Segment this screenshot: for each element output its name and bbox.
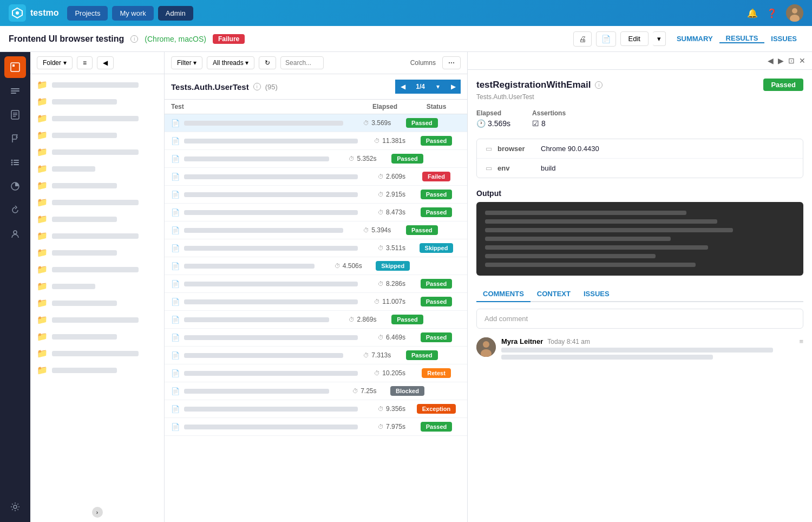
projects-button[interactable]: Projects bbox=[67, 6, 108, 21]
tab-issues[interactable]: ISSUES bbox=[764, 35, 803, 43]
list-item[interactable]: 📁 bbox=[30, 76, 164, 93]
page-dropdown-button[interactable]: ▾ bbox=[430, 80, 446, 94]
title-info-icon[interactable]: i bbox=[130, 35, 138, 43]
list-item[interactable]: 📁 bbox=[30, 295, 164, 311]
table-row[interactable]: 📄 ⏱ 3.569s Passed bbox=[165, 114, 467, 132]
sidebar-icon-tests[interactable] bbox=[4, 104, 26, 126]
expand-sidebar-button[interactable]: › bbox=[92, 507, 103, 518]
status-badge: Passed bbox=[391, 154, 423, 164]
test-name bbox=[184, 174, 358, 179]
tab-summary[interactable]: SUMMARY bbox=[670, 35, 719, 43]
elapsed-value: 8.473s bbox=[386, 208, 405, 216]
sidebar-icon-home[interactable] bbox=[4, 56, 26, 78]
list-item[interactable]: 📁 bbox=[30, 93, 164, 110]
left-sidebar bbox=[0, 52, 30, 522]
print-icon[interactable]: 🖨 bbox=[573, 31, 592, 47]
list-item[interactable]: 📁 bbox=[30, 160, 164, 177]
table-row[interactable]: 📄 ⏱ 11.381s Passed bbox=[165, 132, 467, 150]
list-item[interactable]: 📁 bbox=[30, 244, 164, 261]
notifications-icon[interactable]: 🔔 bbox=[747, 8, 758, 18]
tab-context[interactable]: CONTEXT bbox=[531, 286, 577, 302]
table-row[interactable]: 📄 ⏱ 7.975s Passed bbox=[165, 418, 467, 436]
table-row[interactable]: 📄 ⏱ 7.25s Blocked bbox=[165, 382, 467, 400]
detail-expand-button[interactable]: ⊡ bbox=[788, 56, 795, 65]
folder-dropdown-button[interactable]: Folder ▾ bbox=[37, 56, 73, 69]
collapse-panel-button[interactable]: ◀ bbox=[97, 56, 114, 69]
tab-comments[interactable]: COMMENTS bbox=[476, 286, 531, 302]
table-row[interactable]: 📄 ⏱ 10.205s Retest bbox=[165, 364, 467, 382]
table-row[interactable]: 📄 ⏱ 7.313s Passed bbox=[165, 347, 467, 364]
table-row[interactable]: 📄 ⏱ 9.356s Exception bbox=[165, 400, 467, 418]
list-item[interactable]: 📁 bbox=[30, 110, 164, 127]
table-row[interactable]: 📄 ⏱ 11.007s Passed bbox=[165, 293, 467, 311]
edit-dropdown-button[interactable]: ▾ bbox=[653, 31, 666, 46]
detail-nav-prev[interactable]: ◀ bbox=[768, 56, 774, 65]
list-item[interactable]: 📁 bbox=[30, 311, 164, 328]
sidebar-icon-dashboard[interactable] bbox=[4, 80, 26, 102]
col-test-header: Test bbox=[171, 103, 358, 110]
suite-info-icon[interactable]: i bbox=[253, 83, 261, 90]
list-item[interactable]: 📁 bbox=[30, 211, 164, 227]
sidebar-icon-users[interactable] bbox=[4, 223, 26, 245]
columns-button[interactable]: Columns bbox=[410, 59, 436, 67]
table-row[interactable]: 📄 ⏱ 2.869s Passed bbox=[165, 311, 467, 329]
table-row[interactable]: 📄 ⏱ 8.286s Passed bbox=[165, 275, 467, 293]
tab-results[interactable]: RESULTS bbox=[719, 34, 765, 43]
list-item[interactable]: 📁 bbox=[30, 345, 164, 362]
test-elapsed: ⏱ 8.286s bbox=[358, 280, 412, 288]
list-item[interactable]: 📁 bbox=[30, 194, 164, 211]
list-view-button[interactable]: ≡ bbox=[77, 56, 93, 69]
all-threads-button[interactable]: All threads ▾ bbox=[207, 56, 254, 69]
avatar[interactable] bbox=[786, 4, 803, 22]
test-name bbox=[184, 246, 358, 251]
table-row[interactable]: 📄 ⏱ 5.352s Passed bbox=[165, 150, 467, 168]
clock-icon: ⏱ bbox=[352, 388, 358, 394]
folder-icon: 📁 bbox=[37, 96, 48, 107]
admin-button[interactable]: Admin bbox=[158, 6, 193, 21]
sidebar-icon-settings[interactable] bbox=[4, 496, 26, 518]
search-input[interactable] bbox=[280, 56, 324, 69]
help-icon[interactable]: ❓ bbox=[767, 8, 777, 18]
svg-rect-9 bbox=[11, 93, 16, 94]
detail-close-button[interactable]: ✕ bbox=[799, 56, 806, 65]
detail-info-icon[interactable]: i bbox=[595, 81, 603, 89]
table-row[interactable]: 📄 ⏱ 2.609s Failed bbox=[165, 168, 467, 186]
sidebar-icon-list[interactable] bbox=[4, 152, 26, 173]
table-row[interactable]: 📄 ⏱ 6.469s Passed bbox=[165, 329, 467, 347]
sidebar-icon-chart[interactable] bbox=[4, 175, 26, 197]
refresh-button[interactable]: ↻ bbox=[259, 56, 276, 69]
comment-body: Myra Leitner Today 8:41 am ≡ bbox=[501, 337, 803, 362]
comment-line-1 bbox=[501, 348, 773, 353]
comment-input[interactable]: Add comment bbox=[476, 309, 803, 329]
mywork-button[interactable]: My work bbox=[112, 6, 153, 21]
sidebar-icon-flag[interactable] bbox=[4, 128, 26, 149]
elapsed-number: 3.569s bbox=[488, 119, 510, 128]
prev-page-button[interactable]: ◀ bbox=[395, 80, 410, 94]
table-row[interactable]: 📄 ⏱ 3.511s Skipped bbox=[165, 239, 467, 257]
list-item[interactable]: 📁 bbox=[30, 177, 164, 194]
comment-menu-icon[interactable]: ≡ bbox=[799, 337, 803, 345]
test-elapsed: ⏱ 11.381s bbox=[358, 137, 412, 145]
list-item[interactable]: 📁 bbox=[30, 261, 164, 278]
table-row[interactable]: 📄 ⏱ 8.473s Passed bbox=[165, 204, 467, 221]
next-page-button[interactable]: ▶ bbox=[446, 80, 461, 94]
document-icon[interactable]: 📄 bbox=[596, 31, 616, 47]
more-options-button[interactable]: ⋯ bbox=[442, 56, 461, 69]
tab-issues[interactable]: ISSUES bbox=[577, 286, 616, 302]
list-item[interactable]: 📁 bbox=[30, 127, 164, 143]
list-item[interactable]: 📁 bbox=[30, 328, 164, 345]
list-item[interactable]: 📁 bbox=[30, 362, 164, 379]
table-row[interactable]: 📄 ⏱ 4.506s Skipped bbox=[165, 257, 467, 275]
clock-icon: ⏱ bbox=[349, 316, 355, 323]
table-row[interactable]: 📄 ⏱ 5.394s Passed bbox=[165, 221, 467, 239]
file-icon: 📄 bbox=[171, 119, 180, 127]
list-item[interactable]: 📁 bbox=[30, 143, 164, 160]
detail-nav-next[interactable]: ▶ bbox=[778, 56, 784, 65]
test-name bbox=[184, 121, 343, 126]
edit-button[interactable]: Edit bbox=[620, 31, 649, 46]
table-row[interactable]: 📄 ⏱ 2.915s Passed bbox=[165, 186, 467, 204]
sidebar-icon-refresh[interactable] bbox=[4, 199, 26, 221]
list-item[interactable]: 📁 bbox=[30, 278, 164, 295]
list-item[interactable]: 📁 bbox=[30, 227, 164, 244]
filter-button[interactable]: Filter ▾ bbox=[171, 56, 202, 69]
